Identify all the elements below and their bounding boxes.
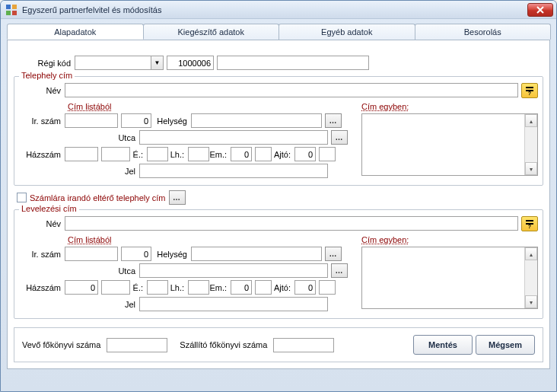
- l-cim-listabol: Cím listából: [68, 235, 357, 244]
- titlebar: Egyszerű partnerfelvitel és módosítás: [1, 1, 556, 19]
- t-helyseg-browse[interactable]: …: [325, 113, 342, 128]
- t-helyseg-label: Helység: [151, 116, 191, 126]
- t-ajto-input[interactable]: [294, 147, 316, 161]
- l-jel-input[interactable]: [139, 297, 328, 311]
- extra-input[interactable]: [217, 56, 369, 70]
- t-cim-egyben-label: Cím egyben:: [361, 102, 538, 111]
- svg-rect-0: [6, 5, 11, 9]
- l-left-column: Cím listából Ir. szám Helység …: [19, 235, 357, 314]
- t-em-input[interactable]: [231, 147, 252, 161]
- l-ajto-label: Ajtó:: [272, 283, 294, 292]
- tab-besorolas[interactable]: Besorolás: [415, 24, 552, 40]
- l-utca-browse[interactable]: …: [331, 263, 348, 278]
- l-hazszam-input[interactable]: [65, 280, 98, 295]
- t-cim-listabol: Cím listából: [68, 102, 357, 111]
- t-lh-label: Lh.:: [168, 150, 188, 159]
- l-lh-input[interactable]: [188, 280, 209, 295]
- svg-rect-7: [526, 220, 533, 221]
- l-cim-egyben-text[interactable]: ▴▾: [361, 247, 538, 309]
- t-jel-input[interactable]: [139, 164, 328, 178]
- szallito-label: Szállító főkönyvi száma: [180, 340, 270, 349]
- tab-alapadatok[interactable]: Alapadatok: [7, 24, 144, 40]
- l-ajto2-input[interactable]: [319, 280, 336, 295]
- t-hazszam2-input[interactable]: [101, 147, 130, 161]
- t-jel-label: Jel: [19, 167, 139, 176]
- bottom-panel: Vevő főkönyvi száma Szállító főkönyvi sz…: [14, 327, 543, 362]
- regi-kod-combo[interactable]: ▼: [75, 56, 164, 70]
- t-irszam2-input[interactable]: [121, 113, 151, 128]
- l-irszam-label: Ir. szám: [19, 250, 65, 259]
- t-cim-egyben-text[interactable]: ▴▾: [361, 113, 538, 176]
- svg-text:?: ?: [528, 91, 531, 96]
- t-utca-input[interactable]: [139, 130, 328, 145]
- l-jel-label: Jel: [19, 300, 139, 309]
- l-em2-input[interactable]: [255, 280, 272, 295]
- l-right-column: Cím egyben: ▴▾: [357, 235, 538, 314]
- vevo-input[interactable]: [107, 338, 167, 352]
- tab-egyeb[interactable]: Egyéb adatok: [278, 24, 415, 40]
- content-area: Alapadatok Kiegészítő adatok Egyéb adato…: [1, 19, 556, 391]
- regi-kod-input[interactable]: [75, 56, 151, 70]
- cancel-button[interactable]: Mégsem: [476, 335, 535, 355]
- telephely-legend: Telephely cím: [19, 71, 75, 80]
- l-nev-label: Név: [19, 219, 65, 228]
- l-em-input[interactable]: [231, 280, 252, 295]
- t-ep-input[interactable]: [147, 147, 168, 161]
- tab-kiegeszito[interactable]: Kiegészítő adatok: [143, 24, 280, 40]
- l-ajto-input[interactable]: [294, 280, 316, 295]
- t-irszam-input[interactable]: [65, 113, 118, 128]
- t-ep-label: É.:: [130, 150, 147, 159]
- tab-body: Régi kód ▼ Telephely cím Név ?: [7, 40, 550, 369]
- svg-rect-2: [6, 11, 11, 15]
- t-utca-browse[interactable]: …: [331, 130, 348, 145]
- scroll-up-icon[interactable]: ▴: [525, 247, 537, 260]
- l-irszam2-input[interactable]: [121, 247, 151, 261]
- t-scrollbar[interactable]: ▴▾: [524, 114, 537, 175]
- l-helyseg-label: Helység: [151, 250, 191, 259]
- l-utca-input[interactable]: [139, 263, 328, 278]
- t-ajto-label: Ajtó:: [272, 150, 294, 159]
- t-help-button[interactable]: ?: [521, 83, 538, 98]
- l-hazszam2-input[interactable]: [101, 280, 130, 295]
- t-nev-label: Név: [19, 86, 65, 95]
- save-button[interactable]: Mentés: [413, 335, 473, 355]
- l-helyseg-browse[interactable]: …: [325, 247, 342, 261]
- t-utca-label: Utca: [19, 133, 139, 142]
- l-irszam-input[interactable]: [65, 247, 118, 261]
- eltero-browse[interactable]: …: [169, 190, 186, 205]
- close-button[interactable]: [527, 3, 553, 17]
- t-irszam-label: Ir. szám: [19, 116, 65, 126]
- levelezesi-legend: Levelezési cím: [19, 204, 79, 213]
- t-right-column: Cím egyben: ▴▾: [357, 102, 538, 180]
- szallito-input[interactable]: [273, 338, 334, 352]
- l-nev-input[interactable]: [65, 216, 518, 231]
- l-help-button[interactable]: ?: [521, 216, 538, 231]
- t-ajto2-input[interactable]: [319, 147, 336, 161]
- t-hazszam-input[interactable]: [65, 147, 98, 161]
- l-ep-input[interactable]: [147, 280, 168, 295]
- scroll-down-icon[interactable]: ▾: [525, 295, 537, 308]
- code-input[interactable]: [167, 56, 214, 70]
- t-lh-input[interactable]: [188, 147, 209, 161]
- l-scrollbar[interactable]: ▴▾: [524, 247, 537, 308]
- l-hazszam-label: Házszám: [19, 283, 65, 292]
- l-cim-egyben-label: Cím egyben:: [361, 235, 538, 244]
- l-helyseg-input[interactable]: [191, 247, 322, 261]
- levelezesi-group: Levelezési cím Név ? Cím listából Ir. sz…: [14, 209, 543, 319]
- t-em2-input[interactable]: [255, 147, 272, 161]
- t-nev-input[interactable]: [65, 83, 518, 97]
- dropdown-icon[interactable]: ▼: [151, 56, 164, 70]
- window-title: Egyszerű partnerfelvitel és módosítás: [22, 5, 527, 14]
- scroll-up-icon[interactable]: ▴: [525, 114, 537, 127]
- svg-rect-3: [12, 11, 17, 15]
- regi-kod-label: Régi kód: [14, 59, 75, 68]
- l-ep-label: É.:: [130, 283, 147, 292]
- svg-rect-4: [526, 87, 533, 88]
- scroll-down-icon[interactable]: ▾: [525, 162, 537, 175]
- t-left-column: Cím listából Ir. szám Helység …: [19, 102, 357, 180]
- telephely-group: Telephely cím Név ? Cím listából Ir. szá…: [14, 76, 543, 186]
- svg-text:?: ?: [528, 224, 531, 229]
- eltero-checkbox[interactable]: [17, 193, 27, 202]
- t-helyseg-input[interactable]: [191, 113, 322, 128]
- window-root: Egyszerű partnerfelvitel és módosítás Al…: [0, 0, 557, 392]
